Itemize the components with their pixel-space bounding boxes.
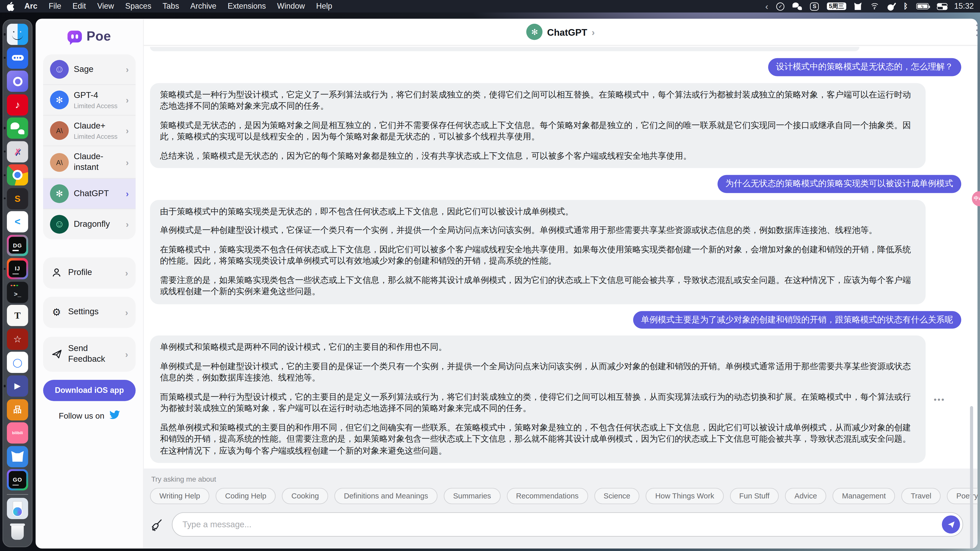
suggestion-chip-how-things-work[interactable]: How Things Work <box>646 488 724 504</box>
suggestion-chip-science[interactable]: Science <box>594 488 640 504</box>
menu-item-archive[interactable]: Archive <box>190 2 216 11</box>
sidebar-bot-dragonfly[interactable]: ☺Dragonfly› <box>43 208 135 239</box>
twitter-icon[interactable] <box>110 410 120 421</box>
sidebar-bot-claude-plus[interactable]: A\Claude+Limited Access› <box>43 115 135 146</box>
suggestion-chip-writing-help[interactable]: Writing Help <box>150 488 210 504</box>
dock-chrome-icon[interactable] <box>7 165 28 186</box>
poe-logo[interactable]: Poe <box>43 29 135 44</box>
menu-item-spaces[interactable]: Spaces <box>125 2 151 11</box>
menu-item-help[interactable]: Help <box>316 2 332 11</box>
dock-chat-bubble-app-icon[interactable]: ◯ <box>7 352 28 373</box>
dock-intellij-idea-icon[interactable]: IJ <box>7 258 28 279</box>
dock-flowchart-app-icon[interactable]: 品 <box>7 399 28 420</box>
status-popclip-icon[interactable] <box>887 2 895 11</box>
dock-bilibili-icon[interactable]: bilibili <box>7 422 28 444</box>
chat-title: ChatGPT <box>547 27 587 37</box>
composer-area: Try asking me about Writing HelpCoding H… <box>144 468 977 548</box>
sidebar-item-settings[interactable]: ⚙ Settings › <box>43 297 135 328</box>
download-ios-app-button[interactable]: Download iOS app <box>43 380 135 401</box>
message-list[interactable]: 设计模式中的策略模式是无状态的，怎么理解？策略模式是一种行为型设计模式，它定义了… <box>144 46 977 468</box>
dock-item-utools <box>3 47 33 68</box>
chat-message-user-4: 单例模式主要是为了减少对象的创建和销毁的开销，跟策略模式的状态有什么关系呢 <box>150 311 961 329</box>
suggestion-chip-advice[interactable]: Advice <box>785 488 826 504</box>
suggestion-chip-fun-stuff[interactable]: Fun Stuff <box>730 488 779 504</box>
message-input[interactable] <box>172 512 963 537</box>
menu-item-edit[interactable]: Edit <box>73 2 86 11</box>
dock-item-wechat <box>3 118 33 139</box>
bot-meta: Claude+Limited Access <box>74 121 121 140</box>
status-shottr-icon[interactable]: S <box>810 2 819 11</box>
suggestion-chip-definitions-and-meanings[interactable]: Definitions and Meanings <box>334 488 438 504</box>
menu-bar-status: ‹✓S5周三ᛒϟ15:32 <box>765 1 974 11</box>
apple-menu-icon[interactable] <box>6 2 14 11</box>
chevron-right-icon: › <box>126 95 129 105</box>
edge-dots-widget <box>976 24 978 37</box>
screen: ArcFileEditViewSpacesTabsArchiveExtensio… <box>0 0 980 551</box>
sidebar-bot-chatgpt[interactable]: ✻ChatGPT› <box>43 178 135 208</box>
macos-menu-bar: ArcFileEditViewSpacesTabsArchiveExtensio… <box>0 0 980 13</box>
dock-iterm-icon[interactable]: >_ <box>7 282 28 303</box>
status-control-center-icon[interactable] <box>937 3 946 10</box>
suggestion-chip-travel[interactable]: Travel <box>901 488 941 504</box>
sidebar-item-profile[interactable]: Profile › <box>43 257 135 288</box>
message-paragraph: 单例模式主要是为了减少对象的创建和销毁的开销，跟策略模式的状态有什么关系呢 <box>641 314 953 326</box>
suggestion-chip-management[interactable]: Management <box>833 488 895 504</box>
status-calendar-badge[interactable]: 5周三 <box>827 2 846 10</box>
status-check-circle-icon[interactable]: ✓ <box>776 2 784 11</box>
menu-item-window[interactable]: Window <box>277 2 305 11</box>
dock-annotate-app-icon[interactable]: ✗ <box>7 141 28 162</box>
sidebar-bot-gpt-4[interactable]: ✻GPT-4Limited Access› <box>43 84 135 115</box>
dock-downloads-stack-icon[interactable] <box>7 498 28 519</box>
menu-item-file[interactable]: File <box>49 2 61 11</box>
claude-plus-avatar: A\ <box>50 121 68 140</box>
dock-sublime-text-icon[interactable]: S <box>7 188 28 209</box>
status-bluetooth-icon[interactable]: ᛒ <box>904 2 908 11</box>
dock-typora-icon[interactable]: T <box>7 305 28 326</box>
menu-item-view[interactable]: View <box>97 2 114 11</box>
suggestion-chip-recommendations[interactable]: Recommendations <box>507 488 588 504</box>
dock-goland-icon[interactable]: GO <box>7 469 28 490</box>
dock-netease-music-icon[interactable]: ♪ <box>7 94 28 115</box>
poe-app-window: Poe ☺Sage›✻GPT-4Limited Access›A\Claude+… <box>36 19 978 548</box>
scrollbar-thumb[interactable] <box>970 406 973 548</box>
status-battery-icon[interactable]: ϟ <box>916 3 929 9</box>
dock-clash-cat-icon[interactable] <box>7 446 28 467</box>
sidebar-bot-claude-instant[interactable]: A\Claude-instant› <box>43 146 135 178</box>
dock-swirl-browser-icon[interactable] <box>7 71 28 92</box>
dock-red-star-app-icon[interactable]: ☆ <box>7 329 28 350</box>
sidebar-item-send-feedback[interactable]: Send Feedback › <box>43 337 135 372</box>
status-wechat-icon[interactable] <box>793 3 802 10</box>
dock-item-downloads-stack <box>3 498 33 519</box>
chevron-right-icon: › <box>125 307 128 317</box>
chat-message-bot-3: 由于策略模式中的策略实现类是无状态的，即不包含任何状态或上下文信息，因此它们可以… <box>150 200 961 304</box>
menu-item-arc[interactable]: Arc <box>24 2 38 11</box>
chat-header[interactable]: ✻ ChatGPT › <box>144 19 977 45</box>
suggestion-chip-summaries[interactable]: Summaries <box>444 488 501 504</box>
dock-utools-icon[interactable] <box>7 47 28 68</box>
suggestion-chip-cooking[interactable]: Cooking <box>282 488 328 504</box>
status-cat-app-icon[interactable] <box>854 3 862 10</box>
bot-meta: GPT-4Limited Access <box>74 91 121 110</box>
send-button[interactable] <box>942 515 960 534</box>
sidebar-bot-sage[interactable]: ☺Sage› <box>43 54 135 84</box>
suggestion-chip-coding-help[interactable]: Coding Help <box>216 488 275 504</box>
clear-context-broom-icon[interactable] <box>150 518 164 531</box>
bot-name: GPT-4 <box>74 91 121 101</box>
swirl-ring <box>13 76 22 86</box>
menu-item-extensions[interactable]: Extensions <box>228 2 266 11</box>
dock-finder-icon[interactable] <box>7 24 28 45</box>
dock-wechat-icon[interactable] <box>7 118 28 139</box>
downloads-app-orb <box>13 507 22 517</box>
dock-datagrip-icon[interactable]: DG <box>7 235 28 256</box>
message-more-icon[interactable]: ••• <box>934 395 945 404</box>
chat-message-user-0: 设计模式中的策略模式是无状态的，怎么理解？ <box>150 58 961 76</box>
menu-item-tabs[interactable]: Tabs <box>162 2 179 11</box>
dock-trash-icon[interactable] <box>7 521 28 543</box>
bot-subtitle: Limited Access <box>74 133 121 140</box>
status-back-chevron-icon[interactable]: ‹ <box>765 1 768 11</box>
dock-media-player-icon[interactable]: ▶ <box>7 375 28 397</box>
status-wifi-icon[interactable] <box>870 3 879 10</box>
dock-vscode-icon[interactable]: < <box>7 211 28 232</box>
chevron-right-icon: › <box>125 349 128 359</box>
sidebar: Poe ☺Sage›✻GPT-4Limited Access›A\Claude+… <box>36 19 144 548</box>
